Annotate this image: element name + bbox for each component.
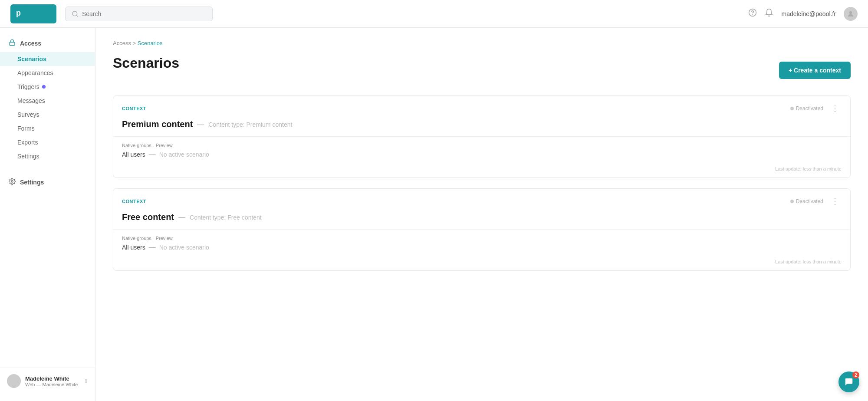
card-title-premium: Premium content	[122, 119, 193, 129]
breadcrumb-separator: >	[133, 40, 138, 46]
sidebar-item-forms[interactable]: Forms	[0, 122, 95, 135]
card-header-premium: Context Deactivated ⋮	[113, 96, 850, 118]
card-group-premium: Native groups - Preview All users — No a…	[113, 137, 850, 164]
card-title-free: Free content	[122, 212, 174, 222]
access-label: Access	[20, 40, 41, 47]
more-options-free[interactable]: ⋮	[829, 196, 842, 207]
search-icon	[72, 10, 79, 17]
sidebar-item-exports[interactable]: Exports	[0, 135, 95, 149]
group-dash-premium: —	[149, 151, 156, 158]
group-name-premium: All users	[122, 151, 145, 158]
deactivated-dot-free	[790, 200, 794, 203]
header-left: p oool	[10, 4, 213, 23]
search-input[interactable]	[82, 10, 206, 17]
svg-text:oool: oool	[27, 9, 42, 17]
sidebar-avatar	[7, 374, 21, 388]
sidebar-item-surveys[interactable]: Surveys	[0, 108, 95, 122]
sidebar-user-info: Madeleine White Web — Madeleine White	[25, 375, 79, 387]
sidebar-item-appearances[interactable]: Appearances	[0, 66, 95, 80]
sidebar-access-section: Access Scenarios Appearances Triggers Me…	[0, 35, 95, 163]
chevron-up-icon: ⇧	[84, 378, 88, 384]
sidebar-settings-group[interactable]: Settings	[0, 174, 95, 191]
card-group-free: Native groups - Preview All users — No a…	[113, 230, 850, 257]
card-dash-free: —	[178, 214, 185, 221]
create-context-button[interactable]: + Create a context	[779, 62, 851, 79]
group-label-free: Native groups - Preview	[122, 236, 842, 241]
group-content-premium: All users — No active scenario	[122, 151, 842, 162]
group-label-premium: Native groups - Preview	[122, 143, 842, 148]
title-row: Scenarios + Create a context	[113, 55, 851, 85]
logo-text: p oool	[10, 4, 56, 23]
bell-icon[interactable]	[765, 8, 773, 19]
sidebar-user-profile[interactable]: Madeleine White Web — Madeleine White ⇧	[0, 368, 95, 394]
context-label-free: Context	[122, 199, 146, 204]
group-content-free: All users — No active scenario	[122, 243, 842, 255]
sidebar-user-name: Madeleine White	[25, 375, 79, 382]
scenario-card-premium: Context Deactivated ⋮ Premium content — …	[113, 95, 851, 178]
card-subtitle-premium: Content type: Premium content	[208, 121, 292, 128]
deactivated-badge-premium: Deactivated	[790, 105, 823, 112]
context-label-premium: Context	[122, 106, 146, 111]
svg-rect-8	[10, 42, 15, 45]
help-icon[interactable]	[748, 8, 757, 19]
search-bar[interactable]	[65, 7, 213, 21]
sidebar: Access Scenarios Appearances Triggers Me…	[0, 28, 95, 401]
sidebar-item-scenarios[interactable]: Scenarios	[0, 52, 95, 66]
breadcrumb-scenarios[interactable]: Scenarios	[138, 40, 163, 46]
avatar[interactable]	[844, 7, 858, 21]
breadcrumb: Access > Scenarios	[113, 40, 851, 46]
deactivated-dot-premium	[790, 107, 794, 110]
breadcrumb-access: Access	[113, 40, 131, 46]
user-email: madeleine@poool.fr	[781, 10, 836, 17]
sidebar-settings-label: Settings	[20, 179, 44, 186]
app-body: Access Scenarios Appearances Triggers Me…	[0, 28, 868, 401]
header-right: madeleine@poool.fr	[748, 7, 858, 21]
main-content: Access > Scenarios Scenarios + Create a …	[95, 28, 868, 401]
card-dash-premium: —	[197, 121, 204, 128]
page-title: Scenarios	[113, 55, 179, 71]
svg-point-7	[849, 11, 852, 14]
scenario-card-free: Context Deactivated ⋮ Free content — Con…	[113, 188, 851, 271]
card-header-free: Context Deactivated ⋮	[113, 189, 850, 210]
card-title-row-free: Free content — Content type: Free conten…	[113, 210, 850, 229]
svg-point-9	[11, 181, 13, 182]
last-update-premium: Last update: less than a minute	[113, 164, 850, 177]
group-name-free: All users	[122, 244, 145, 251]
sidebar-item-messages[interactable]: Messages	[0, 94, 95, 108]
triggers-dot-badge	[42, 85, 46, 89]
logo[interactable]: p oool	[10, 4, 56, 23]
deactivated-badge-free: Deactivated	[790, 198, 823, 204]
svg-text:p: p	[16, 9, 21, 17]
sidebar-access-group[interactable]: Access	[0, 35, 95, 52]
sidebar-user-sub: Web — Madeleine White	[25, 382, 79, 387]
lock-icon	[9, 39, 16, 48]
sidebar-item-triggers[interactable]: Triggers	[0, 80, 95, 94]
group-dash-free: —	[149, 243, 156, 251]
card-header-right-premium: Deactivated ⋮	[790, 103, 842, 114]
group-no-scenario-free: No active scenario	[159, 244, 209, 251]
last-update-free: Last update: less than a minute	[113, 257, 850, 270]
chat-badge: 2	[852, 371, 859, 378]
gear-icon	[9, 178, 16, 187]
header: p oool madeleine@poool.fr	[0, 0, 868, 28]
group-no-scenario-premium: No active scenario	[159, 151, 209, 158]
chat-icon	[844, 377, 854, 387]
card-header-right-free: Deactivated ⋮	[790, 196, 842, 207]
more-options-premium[interactable]: ⋮	[829, 103, 842, 114]
sidebar-item-settings-sub[interactable]: Settings	[0, 149, 95, 163]
card-title-row-premium: Premium content — Content type: Premium …	[113, 118, 850, 136]
card-subtitle-free: Content type: Free content	[190, 214, 262, 221]
svg-line-4	[76, 15, 78, 16]
chat-bubble[interactable]: 2	[838, 371, 859, 392]
logo-svg: p oool	[14, 6, 53, 19]
